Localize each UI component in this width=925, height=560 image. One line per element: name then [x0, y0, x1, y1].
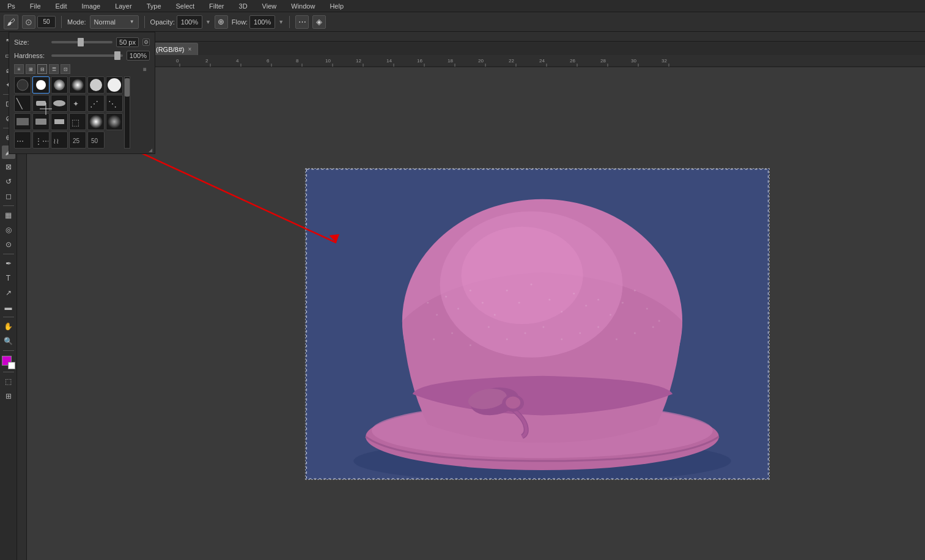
- brush-preset-11[interactable]: ⋰: [87, 95, 105, 112]
- flow-value[interactable]: 100%: [249, 15, 275, 29]
- brush-preset-5[interactable]: [87, 76, 105, 94]
- brush-preset-15[interactable]: [51, 113, 68, 130]
- brush-preset-8[interactable]: [32, 95, 50, 112]
- menu-filter[interactable]: Filter: [207, 2, 226, 10]
- brush-preset-19[interactable]: ⋯: [14, 131, 31, 149]
- blur-tool[interactable]: ◎: [2, 223, 15, 237]
- size-slider[interactable]: [51, 41, 112, 43]
- size-slider-thumb[interactable]: [78, 38, 84, 46]
- presets-scrollbar[interactable]: [124, 76, 130, 149]
- mode-dropdown[interactable]: Normal ▼: [90, 15, 139, 29]
- menu-view[interactable]: View: [260, 2, 279, 10]
- opacity-dropdown-arrow[interactable]: ▼: [205, 19, 211, 25]
- panel-menu-btn[interactable]: ≡: [140, 64, 150, 74]
- brush-preset-22[interactable]: 25: [69, 131, 86, 149]
- brush-preset-2[interactable]: [32, 76, 50, 94]
- stamp-tool[interactable]: ⊠: [2, 160, 15, 174]
- zoom-tool[interactable]: 🔍: [2, 334, 15, 348]
- brush-preset-14[interactable]: [32, 113, 50, 130]
- menu-layer[interactable]: Layer: [112, 2, 135, 10]
- brush-preset-20[interactable]: ⋮⋯: [32, 131, 50, 149]
- panel-resize-corner[interactable]: ◢: [149, 147, 153, 152]
- svg-point-66: [531, 284, 533, 286]
- presets-scroll-thumb[interactable]: [125, 78, 130, 97]
- presets-grid-view-small[interactable]: ⊞: [26, 64, 35, 74]
- tablet-pressure[interactable]: ◈: [312, 15, 326, 29]
- hardness-label: Hardness:: [14, 52, 48, 59]
- svg-point-62: [482, 302, 484, 304]
- brush-preset-18[interactable]: [106, 113, 123, 130]
- size-icon: ⊙: [22, 15, 35, 29]
- brush-preset-1[interactable]: [14, 76, 31, 94]
- brush-preset-3[interactable]: [51, 76, 68, 94]
- history-brush-tool[interactable]: ↺: [2, 175, 15, 188]
- menu-ps[interactable]: Ps: [5, 2, 18, 10]
- svg-point-77: [433, 338, 435, 340]
- shape-tool[interactable]: ▬: [2, 301, 15, 314]
- pen-tool[interactable]: ✒: [2, 257, 15, 270]
- svg-point-73: [622, 302, 624, 304]
- svg-rect-104: [35, 119, 46, 125]
- brush-preset-21[interactable]: ≀≀: [51, 131, 68, 149]
- svg-point-72: [610, 314, 611, 316]
- size-row: Size: 50 px ⚙: [14, 37, 150, 47]
- brush-preset-23[interactable]: 50: [87, 131, 105, 149]
- brush-preset-10[interactable]: ✦: [69, 95, 86, 112]
- mask-mode[interactable]: ⬚: [2, 375, 15, 388]
- canvas-area: © CPI-0161-Inlineimage14.jpg @ 100% (RGB…: [27, 42, 925, 560]
- menu-file[interactable]: File: [28, 2, 43, 10]
- brush-preset-7[interactable]: ╲: [14, 95, 31, 112]
- type-tool[interactable]: T: [2, 271, 15, 285]
- svg-point-76: [658, 320, 660, 322]
- brush-preset-16[interactable]: ⬚: [69, 113, 86, 130]
- hand-tool[interactable]: ✋: [2, 320, 15, 333]
- presets-grid-view-large[interactable]: ⊟: [37, 64, 47, 74]
- brush-preset-6[interactable]: [106, 76, 123, 94]
- background-color[interactable]: [8, 362, 15, 369]
- presets-details-view[interactable]: ☰: [49, 64, 59, 74]
- size-options-btn[interactable]: ⚙: [142, 39, 150, 46]
- hardness-slider[interactable]: [51, 54, 123, 57]
- eraser-tool[interactable]: ◻: [2, 190, 15, 203]
- menu-3d[interactable]: 3D: [237, 2, 250, 10]
- airbrush-button[interactable]: ⊕: [215, 15, 228, 29]
- image-container: [305, 168, 770, 480]
- brush-preset-12[interactable]: ⋱: [106, 95, 123, 112]
- size-label: Size:: [14, 39, 48, 46]
- presets-list-view[interactable]: ≡: [14, 64, 24, 74]
- menu-help[interactable]: Help: [327, 2, 346, 10]
- svg-point-58: [436, 314, 438, 316]
- opacity-value[interactable]: 100%: [177, 15, 202, 29]
- menu-select[interactable]: Select: [174, 2, 197, 10]
- svg-point-83: [542, 326, 544, 328]
- size-value-display[interactable]: 50: [37, 16, 56, 28]
- brush-tool-icon[interactable]: 🖌: [4, 15, 18, 29]
- brush-preset-17[interactable]: [87, 113, 105, 130]
- screen-mode[interactable]: ⊞: [2, 389, 15, 403]
- menu-edit[interactable]: Edit: [53, 2, 70, 10]
- svg-point-57: [427, 302, 429, 304]
- hardness-value[interactable]: 100%: [127, 51, 150, 61]
- toggle-airbrush[interactable]: ⋯: [295, 15, 309, 29]
- menu-window[interactable]: Window: [289, 2, 317, 10]
- flow-label: Flow:: [232, 18, 248, 26]
- tab-close-button[interactable]: ×: [188, 46, 191, 53]
- svg-text:4: 4: [236, 58, 239, 64]
- flow-dropdown-arrow[interactable]: ▼: [278, 19, 284, 25]
- presets-large-view[interactable]: ⊡: [61, 64, 70, 74]
- path-select-tool[interactable]: ↗: [2, 286, 15, 300]
- svg-point-81: [506, 338, 508, 340]
- color-swatches[interactable]: [2, 356, 15, 369]
- presets-grid: ╲ ✦ ⋰ ⋱: [14, 76, 123, 149]
- size-value[interactable]: 50 px: [116, 37, 139, 47]
- svg-text:6: 6: [267, 58, 270, 64]
- gradient-tool[interactable]: ▦: [2, 208, 15, 222]
- dodge-tool[interactable]: ⊙: [2, 238, 15, 251]
- svg-text:22: 22: [509, 58, 514, 64]
- hardness-slider-thumb[interactable]: [114, 51, 120, 60]
- brush-preset-4[interactable]: [69, 76, 86, 94]
- menu-type[interactable]: Type: [144, 2, 164, 10]
- brush-preset-13[interactable]: [14, 113, 31, 130]
- menu-image[interactable]: Image: [79, 2, 103, 10]
- brush-preset-9[interactable]: [51, 95, 68, 112]
